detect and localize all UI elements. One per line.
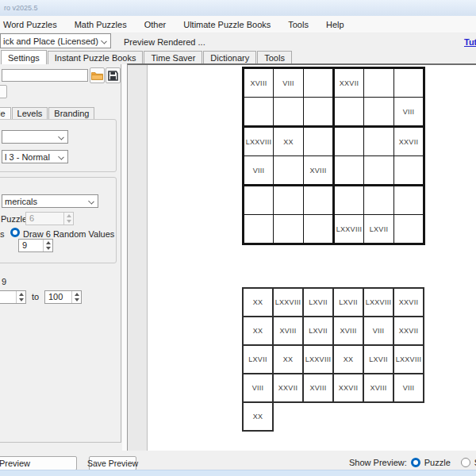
grid-cell: VIII: [393, 374, 424, 402]
range-min-spinner[interactable]: [0, 290, 26, 304]
grid-cell: [393, 402, 424, 431]
status-strip: [0, 470, 476, 476]
grid-cell: [333, 402, 363, 431]
grid-cell: [363, 402, 393, 431]
level-dropdown-value: l 3 - Normal: [5, 152, 50, 162]
grid-cell: [273, 402, 303, 431]
grid-cell: [274, 98, 304, 127]
grid-cell: [364, 186, 394, 215]
save-button[interactable]: [106, 67, 121, 83]
grid-cell: XVIII: [273, 317, 303, 345]
menu-help[interactable]: Help: [317, 16, 353, 33]
puzzle-type-select[interactable]: ick and Place (Licensed): [0, 33, 111, 48]
grid-cell: VIII: [274, 68, 304, 98]
radio-draw-random[interactable]: [10, 228, 20, 237]
grid-cell: XVIII: [304, 156, 334, 186]
grid-cell: LXXVIII: [393, 345, 424, 374]
preview-button-label: Preview: [0, 459, 30, 468]
grid-cell: [274, 215, 304, 244]
range-to-label: to: [32, 292, 39, 301]
grid-cell: [334, 156, 364, 186]
grid-cell: [364, 68, 394, 98]
grid-cell: XVIII: [303, 374, 333, 402]
grid-cell: XXVII: [394, 127, 424, 156]
grid-cell: [334, 127, 364, 156]
grid-cell: XVIII: [333, 317, 363, 345]
menu-ultimate-puzzle-books[interactable]: Ultimate Puzzle Books: [175, 16, 279, 33]
radio-puzzle-label[interactable]: Puzzle: [424, 458, 451, 467]
grid-cell: [244, 215, 274, 244]
grid-cell: [244, 98, 274, 127]
subtab-le[interactable]: le: [0, 107, 11, 119]
answer-boxes-grid: XXLXXVIIILXVIILXVIILXXVIIIXXVIIXXXVIIILX…: [242, 287, 424, 432]
window-title: ro v2025.5: [4, 4, 38, 12]
radio-draw-random-label[interactable]: Draw 6 Random Values: [23, 229, 114, 239]
preview-button[interactable]: Preview: [0, 456, 77, 470]
grid-cell: [394, 215, 424, 244]
grid-cell: XX: [274, 127, 304, 156]
tab-dictionary[interactable]: Dictionary: [203, 51, 256, 64]
folder-icon: [91, 71, 103, 80]
render-status-text: Preview Rendered ...: [124, 37, 205, 47]
draw-count-spinner[interactable]: 9: [18, 239, 53, 252]
range-max-spinner[interactable]: 100: [44, 290, 82, 304]
window-titlebar: ro v2025.5: [0, 0, 476, 16]
main-tabbar: Settings Instant Puzzle Books Time Saver…: [0, 50, 293, 64]
grid-cell: [394, 156, 424, 186]
tab-tools[interactable]: Tools: [257, 51, 292, 64]
range-max-value: 100: [45, 291, 71, 303]
tab-settings[interactable]: Settings: [1, 50, 47, 64]
subtab-branding[interactable]: Branding: [48, 107, 94, 119]
open-folder-button[interactable]: [90, 67, 105, 83]
range-fragment-label: 9: [2, 277, 6, 286]
chevron-down-icon: [102, 37, 107, 43]
grid-cell: [364, 127, 394, 156]
grid-cell: LXXVIII: [363, 288, 393, 317]
grid-cell: LXVII: [303, 317, 333, 345]
grid-cell: XX: [243, 288, 273, 317]
file-path-input[interactable]: [2, 69, 88, 82]
subtab-levels[interactable]: Levels: [12, 107, 48, 119]
tutorial-link[interactable]: Tuto: [464, 37, 476, 47]
menu-word-puzzles[interactable]: Word Puzzles: [0, 16, 66, 33]
grid-cell: XVIII: [363, 374, 393, 402]
grid-cell: LXVII: [303, 288, 333, 317]
numerals-dropdown-value: mericals: [5, 197, 37, 206]
spinner-up-icon: [19, 293, 24, 296]
level-dropdown[interactable]: l 3 - Normal: [2, 150, 68, 163]
grid-cell: [334, 98, 364, 127]
partial-button[interactable]: [0, 85, 7, 98]
grid-cell: LXXVIII: [273, 288, 303, 317]
grid-cell: LXVII: [364, 215, 394, 244]
grid-cell: [304, 215, 334, 244]
grid-cell: [274, 156, 304, 186]
grid-cell: [304, 186, 334, 215]
spinner-down-icon: [19, 298, 24, 301]
grid-cell: LXVII: [333, 288, 363, 317]
save-preview-button[interactable]: Save Preview: [89, 456, 136, 470]
chevron-down-icon: [89, 198, 94, 203]
menubar: Word Puzzles Math Puzzles Other Ultimate…: [0, 16, 476, 33]
radio-puzzle[interactable]: [411, 458, 420, 467]
numerals-dropdown[interactable]: mericals: [2, 194, 98, 208]
tab-instant-puzzle-books[interactable]: Instant Puzzle Books: [48, 51, 144, 64]
spinner-up-icon: [46, 241, 51, 244]
grid-cell: LXVII: [363, 345, 393, 374]
style-dropdown[interactable]: [2, 130, 68, 144]
grid-cell: LXXVIII: [334, 215, 364, 244]
sudoku-grid: XVIIIVIIIXXVIIVIIILXXVIIIXXXXVIIVIIIXVII…: [242, 67, 425, 245]
menu-other[interactable]: Other: [136, 16, 175, 33]
grid-cell: LXVII: [243, 345, 273, 374]
grid-cell: XXVII: [393, 288, 424, 317]
grid-cell: VIII: [243, 374, 273, 402]
radio-solution[interactable]: [461, 458, 470, 467]
grid-cell: XX: [243, 402, 273, 431]
menu-math-puzzles[interactable]: Math Puzzles: [66, 16, 136, 33]
range-min-value: [0, 291, 16, 303]
grid-cell: XXVII: [334, 68, 364, 98]
preview-page: XVIIIVIIIXXVIIVIIILXXVIIIXXXXVIIVIIIXVII…: [147, 65, 476, 451]
menu-tools[interactable]: Tools: [279, 16, 317, 33]
radio-fragment-label: s: [0, 229, 5, 239]
preview-panel: XVIIIVIIIXXVIIVIIILXXVIIIXXXXVIIVIIIXVII…: [127, 63, 476, 451]
tab-time-saver[interactable]: Time Saver: [144, 51, 202, 64]
